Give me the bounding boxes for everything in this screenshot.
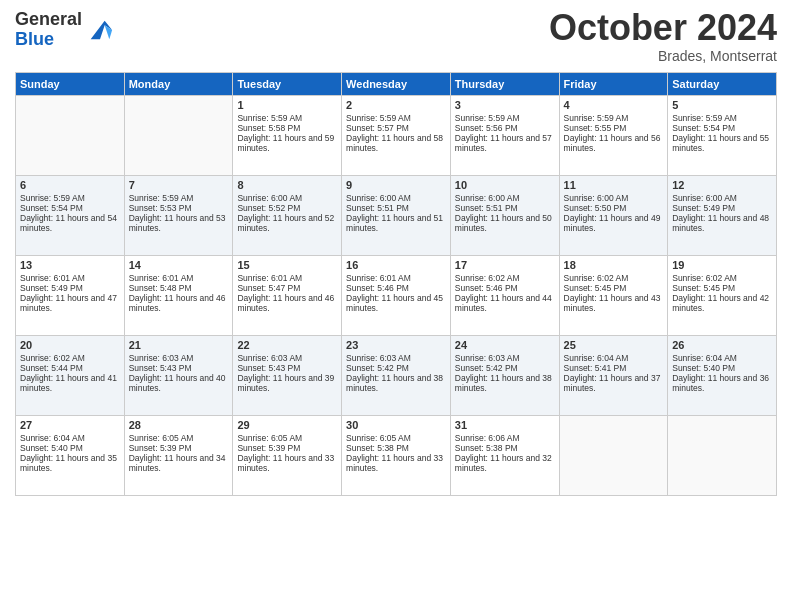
day-number: 8	[237, 179, 337, 191]
day-info: Sunset: 5:49 PM	[20, 283, 120, 293]
day-info: Sunset: 5:52 PM	[237, 203, 337, 213]
day-number: 30	[346, 419, 446, 431]
day-number: 11	[564, 179, 664, 191]
title-block: October 2024 Brades, Montserrat	[549, 10, 777, 64]
day-info: Sunrise: 6:03 AM	[237, 353, 337, 363]
day-number: 27	[20, 419, 120, 431]
day-number: 18	[564, 259, 664, 271]
day-info: Daylight: 11 hours and 42 minutes.	[672, 293, 772, 313]
day-number: 20	[20, 339, 120, 351]
day-number: 31	[455, 419, 555, 431]
day-number: 22	[237, 339, 337, 351]
day-info: Sunrise: 6:02 AM	[20, 353, 120, 363]
table-row: 25Sunrise: 6:04 AMSunset: 5:41 PMDayligh…	[559, 336, 668, 416]
header-tuesday: Tuesday	[233, 73, 342, 96]
day-number: 14	[129, 259, 229, 271]
day-info: Sunset: 5:39 PM	[129, 443, 229, 453]
calendar-week-row: 6Sunrise: 5:59 AMSunset: 5:54 PMDaylight…	[16, 176, 777, 256]
day-info: Sunset: 5:48 PM	[129, 283, 229, 293]
day-number: 29	[237, 419, 337, 431]
day-info: Sunset: 5:46 PM	[346, 283, 446, 293]
day-info: Sunrise: 5:59 AM	[20, 193, 120, 203]
day-info: Sunset: 5:44 PM	[20, 363, 120, 373]
day-info: Sunset: 5:58 PM	[237, 123, 337, 133]
day-info: Sunset: 5:45 PM	[564, 283, 664, 293]
day-info: Daylight: 11 hours and 34 minutes.	[129, 453, 229, 473]
calendar-week-row: 1Sunrise: 5:59 AMSunset: 5:58 PMDaylight…	[16, 96, 777, 176]
day-info: Daylight: 11 hours and 49 minutes.	[564, 213, 664, 233]
day-info: Daylight: 11 hours and 46 minutes.	[237, 293, 337, 313]
day-info: Sunrise: 5:59 AM	[564, 113, 664, 123]
table-row: 23Sunrise: 6:03 AMSunset: 5:42 PMDayligh…	[342, 336, 451, 416]
day-info: Sunrise: 5:59 AM	[237, 113, 337, 123]
day-info: Sunset: 5:45 PM	[672, 283, 772, 293]
day-info: Sunset: 5:42 PM	[346, 363, 446, 373]
day-number: 2	[346, 99, 446, 111]
day-info: Sunset: 5:51 PM	[346, 203, 446, 213]
day-info: Daylight: 11 hours and 38 minutes.	[455, 373, 555, 393]
table-row	[16, 96, 125, 176]
table-row: 5Sunrise: 5:59 AMSunset: 5:54 PMDaylight…	[668, 96, 777, 176]
day-info: Daylight: 11 hours and 56 minutes.	[564, 133, 664, 153]
header-wednesday: Wednesday	[342, 73, 451, 96]
day-info: Sunset: 5:53 PM	[129, 203, 229, 213]
day-info: Daylight: 11 hours and 39 minutes.	[237, 373, 337, 393]
table-row: 15Sunrise: 6:01 AMSunset: 5:47 PMDayligh…	[233, 256, 342, 336]
table-row: 13Sunrise: 6:01 AMSunset: 5:49 PMDayligh…	[16, 256, 125, 336]
day-number: 16	[346, 259, 446, 271]
table-row: 24Sunrise: 6:03 AMSunset: 5:42 PMDayligh…	[450, 336, 559, 416]
day-info: Sunrise: 6:01 AM	[20, 273, 120, 283]
table-row: 1Sunrise: 5:59 AMSunset: 5:58 PMDaylight…	[233, 96, 342, 176]
header-sunday: Sunday	[16, 73, 125, 96]
day-info: Daylight: 11 hours and 52 minutes.	[237, 213, 337, 233]
day-number: 9	[346, 179, 446, 191]
day-info: Sunset: 5:54 PM	[20, 203, 120, 213]
table-row: 4Sunrise: 5:59 AMSunset: 5:55 PMDaylight…	[559, 96, 668, 176]
day-info: Daylight: 11 hours and 32 minutes.	[455, 453, 555, 473]
day-info: Sunrise: 6:06 AM	[455, 433, 555, 443]
day-number: 24	[455, 339, 555, 351]
calendar-table: Sunday Monday Tuesday Wednesday Thursday…	[15, 72, 777, 496]
day-info: Sunset: 5:47 PM	[237, 283, 337, 293]
table-row: 16Sunrise: 6:01 AMSunset: 5:46 PMDayligh…	[342, 256, 451, 336]
day-info: Sunrise: 6:05 AM	[346, 433, 446, 443]
day-info: Sunrise: 5:59 AM	[129, 193, 229, 203]
day-info: Sunrise: 5:59 AM	[672, 113, 772, 123]
day-number: 5	[672, 99, 772, 111]
calendar-page: General Blue October 2024 Brades, Montse…	[0, 0, 792, 612]
day-info: Sunrise: 6:00 AM	[455, 193, 555, 203]
day-info: Sunset: 5:42 PM	[455, 363, 555, 373]
day-info: Daylight: 11 hours and 36 minutes.	[672, 373, 772, 393]
logo: General Blue	[15, 10, 114, 50]
day-info: Sunset: 5:43 PM	[129, 363, 229, 373]
header-friday: Friday	[559, 73, 668, 96]
day-info: Daylight: 11 hours and 53 minutes.	[129, 213, 229, 233]
day-info: Daylight: 11 hours and 48 minutes.	[672, 213, 772, 233]
day-info: Sunset: 5:57 PM	[346, 123, 446, 133]
table-row: 11Sunrise: 6:00 AMSunset: 5:50 PMDayligh…	[559, 176, 668, 256]
day-info: Daylight: 11 hours and 50 minutes.	[455, 213, 555, 233]
day-info: Daylight: 11 hours and 43 minutes.	[564, 293, 664, 313]
day-info: Sunset: 5:51 PM	[455, 203, 555, 213]
day-info: Daylight: 11 hours and 57 minutes.	[455, 133, 555, 153]
day-info: Daylight: 11 hours and 37 minutes.	[564, 373, 664, 393]
day-number: 3	[455, 99, 555, 111]
table-row: 27Sunrise: 6:04 AMSunset: 5:40 PMDayligh…	[16, 416, 125, 496]
day-info: Sunrise: 5:59 AM	[455, 113, 555, 123]
table-row: 3Sunrise: 5:59 AMSunset: 5:56 PMDaylight…	[450, 96, 559, 176]
day-info: Sunrise: 6:01 AM	[346, 273, 446, 283]
table-row: 31Sunrise: 6:06 AMSunset: 5:38 PMDayligh…	[450, 416, 559, 496]
month-title: October 2024	[549, 10, 777, 46]
table-row: 26Sunrise: 6:04 AMSunset: 5:40 PMDayligh…	[668, 336, 777, 416]
day-info: Sunrise: 6:03 AM	[129, 353, 229, 363]
day-info: Daylight: 11 hours and 40 minutes.	[129, 373, 229, 393]
table-row: 19Sunrise: 6:02 AMSunset: 5:45 PMDayligh…	[668, 256, 777, 336]
day-number: 25	[564, 339, 664, 351]
table-row: 2Sunrise: 5:59 AMSunset: 5:57 PMDaylight…	[342, 96, 451, 176]
day-info: Sunset: 5:54 PM	[672, 123, 772, 133]
table-row	[559, 416, 668, 496]
days-header-row: Sunday Monday Tuesday Wednesday Thursday…	[16, 73, 777, 96]
day-info: Sunrise: 6:04 AM	[20, 433, 120, 443]
table-row: 28Sunrise: 6:05 AMSunset: 5:39 PMDayligh…	[124, 416, 233, 496]
day-info: Sunrise: 6:00 AM	[672, 193, 772, 203]
